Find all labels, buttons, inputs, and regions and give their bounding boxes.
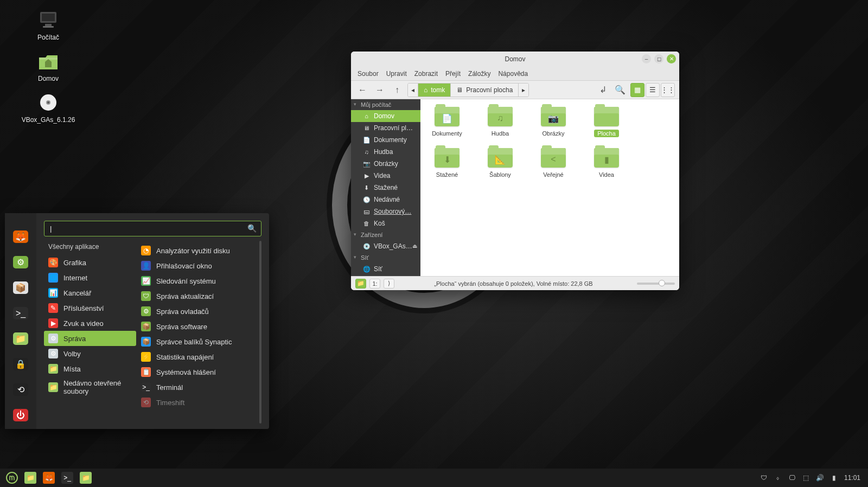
folder-videa[interactable]: ▮Videa (585, 148, 628, 178)
back-button[interactable]: ← (355, 83, 369, 97)
menu-search[interactable]: 🔍 (44, 221, 261, 236)
app-item[interactable]: ⟲Timeshift (137, 395, 261, 410)
app-item[interactable]: ◔Analyzátor využití disku (137, 243, 261, 258)
category-item[interactable]: ⚙Správa (44, 331, 136, 346)
app-item[interactable]: ⚙Správa ovladačů (137, 304, 261, 319)
zoom-knob[interactable] (659, 280, 665, 286)
zoom-slider[interactable] (637, 283, 675, 285)
path-prev-button[interactable]: ◂ (408, 84, 418, 97)
menu-edit[interactable]: Upravit (386, 70, 407, 78)
list-view-button[interactable]: ☰ (646, 83, 660, 97)
sidebar-item-recent[interactable]: 🕓Nedávné (351, 194, 420, 206)
tray-battery-icon[interactable]: ▮ (830, 473, 839, 482)
compact-view-button[interactable]: ⋮⋮ (661, 83, 675, 97)
folder-dokumenty[interactable]: 📄Dokumenty (426, 107, 468, 137)
clock[interactable]: 11:01 (844, 474, 860, 482)
menu-go[interactable]: Přejít (445, 70, 461, 78)
favorite-power[interactable]: ⏻ (13, 409, 28, 421)
folder-šablony[interactable]: 📐Šablony (479, 148, 521, 178)
sidebar-item-cd[interactable]: 💿VBox_GAs…⏏ (351, 240, 420, 252)
category-item[interactable]: ✎Příslušenství (44, 300, 136, 316)
status-tree-button[interactable]: 1: (369, 279, 380, 289)
minimize-button[interactable]: – (642, 54, 651, 63)
tray-network-icon[interactable]: ⬚ (802, 473, 810, 482)
taskbar-files[interactable]: 📁 (77, 470, 94, 485)
category-item[interactable]: 🎨Grafika (44, 255, 136, 270)
app-item[interactable]: 📋Systémová hlášení (137, 364, 261, 380)
file-grid[interactable]: 📄Dokumenty♫Hudba📷ObrázkyPlocha⬇Stažené📐Š… (420, 99, 679, 276)
category-item[interactable]: 📁Nedávno otevřené soubory (44, 376, 136, 398)
app-item[interactable]: 📦Správce balíků Synaptic (137, 334, 261, 349)
folder-stažené[interactable]: ⬇Stažené (426, 148, 468, 178)
category-item[interactable]: 🌐Internet (44, 270, 136, 285)
sidebar-item-home[interactable]: ⌂Domov (351, 110, 420, 122)
taskbar-firefox[interactable]: 🦊 (40, 470, 58, 485)
app-item[interactable]: 📈Sledování systému (137, 273, 261, 289)
desktop-icon-home[interactable]: Domov (18, 51, 78, 82)
folder-obrázky[interactable]: 📷Obrázky (532, 107, 575, 137)
close-button[interactable]: ✕ (667, 54, 676, 63)
toggle-path-entry-button[interactable]: ↲ (596, 83, 610, 97)
favorite-logout[interactable]: ⟲ (13, 383, 28, 396)
window-titlebar[interactable]: Domov – ◻ ✕ (351, 52, 679, 67)
folder-plocha[interactable]: Plocha (585, 107, 628, 137)
status-close-button[interactable]: ⟩ (384, 279, 394, 289)
sidebar-item-doc[interactable]: 📄Dokumenty (351, 134, 420, 146)
app-item[interactable]: 👤Přihlašovací okno (137, 258, 261, 273)
app-item[interactable]: 🛡Správa aktualizací (137, 289, 261, 304)
app-item[interactable]: ⚡Statistika napájení (137, 349, 261, 364)
icon-view-button[interactable]: ▦ (630, 83, 644, 97)
favorite-software[interactable]: 📦 (13, 281, 28, 294)
folder-hudba[interactable]: ♫Hudba (479, 107, 521, 137)
status-places-button[interactable]: 📁 (355, 279, 366, 289)
app-icon: 📦 (141, 337, 151, 347)
eject-icon[interactable]: ⏏ (412, 243, 417, 249)
sidebar-item-video[interactable]: ▶Videa (351, 170, 420, 182)
search-input[interactable] (44, 221, 261, 236)
sidebar-item-net[interactable]: 🌐Síť (351, 263, 420, 275)
favorite-files[interactable]: 📁 (13, 332, 28, 345)
menu-bookmarks[interactable]: Záložky (468, 70, 490, 78)
category-item[interactable]: 📊Kancelář (44, 285, 136, 300)
forward-button[interactable]: → (373, 83, 387, 97)
menu-file[interactable]: Soubor (358, 70, 379, 78)
path-segment-desktop[interactable]: 🖥 Pracovní plocha (451, 84, 519, 97)
taskbar-show-desktop[interactable]: 📁 (22, 470, 39, 485)
favorite-onboard[interactable]: ⚙ (13, 256, 28, 268)
app-item[interactable]: >_Terminál (137, 380, 261, 395)
tray-display-icon[interactable]: 🖵 (788, 473, 796, 482)
up-button[interactable]: ↑ (390, 83, 404, 97)
tray-sound-icon[interactable]: 🔊 (816, 473, 825, 482)
menu-view[interactable]: Zobrazit (414, 70, 438, 78)
path-segment-home[interactable]: ⌂ tomk (418, 84, 451, 97)
folder-veřejné[interactable]: <Veřejné (532, 148, 575, 178)
tray-updates-icon[interactable]: 🛡 (760, 473, 768, 482)
category-item[interactable]: ⚙Volby (44, 346, 136, 361)
app-item[interactable]: 📦Správa software (137, 319, 261, 334)
sidebar-item-image[interactable]: 📷Obrázky (351, 158, 420, 170)
desktop-icon-computer[interactable]: Počítač (18, 10, 78, 41)
path-next-button[interactable]: ▸ (519, 84, 528, 97)
maximize-button[interactable]: ◻ (654, 54, 663, 63)
desktop-icon-cdrom[interactable]: VBox_GAs_6.1.26 (18, 92, 78, 124)
favorite-terminal[interactable]: >_ (13, 307, 28, 319)
taskbar-menu[interactable] (3, 470, 21, 485)
sidebar-item-download[interactable]: ⬇Stažené (351, 182, 420, 194)
sidebar-item-disk[interactable]: 🖴Souborový… (351, 206, 420, 217)
favorite-lock[interactable]: 🔒 (13, 358, 28, 370)
sidebar-header-computer[interactable]: Můj počítač (351, 99, 420, 110)
sidebar-header-devices[interactable]: Zařízení (351, 229, 420, 240)
sidebar-item-trash[interactable]: 🗑Koš (351, 217, 420, 229)
all-apps-label[interactable]: Všechny aplikace (44, 241, 136, 255)
menu-help[interactable]: Nápověda (498, 70, 528, 78)
taskbar-terminal[interactable]: >_ (59, 470, 76, 485)
category-item[interactable]: ▶Zvuk a video (44, 316, 136, 331)
sidebar-item-music[interactable]: ♫Hudba (351, 146, 420, 158)
tray-shield-icon[interactable]: ⬨ (774, 473, 782, 482)
search-button[interactable]: 🔍 (613, 83, 627, 97)
sidebar-header-network[interactable]: Síť (351, 252, 420, 263)
sidebar-item-desktop[interactable]: 🖥Pracovní pl… (351, 122, 420, 134)
category-item[interactable]: 📁Místa (44, 361, 136, 376)
favorite-firefox[interactable]: 🦊 (13, 230, 28, 243)
desktop-icon: 🖥 (363, 125, 370, 132)
